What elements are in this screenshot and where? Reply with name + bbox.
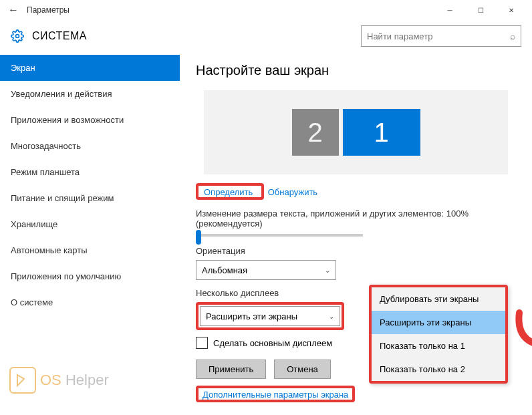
sidebar-item-multitasking[interactable]: Многозадачность <box>0 133 180 159</box>
sidebar-item-offline-maps[interactable]: Автономные карты <box>0 237 180 263</box>
back-button[interactable]: ← <box>5 0 21 20</box>
identify-button[interactable]: Определить <box>200 185 257 199</box>
sidebar-item-storage[interactable]: Хранилище <box>0 211 180 237</box>
dropdown-item-extend[interactable]: Расширить эти экраны <box>372 311 505 334</box>
display-monitor-1[interactable]: 1 <box>343 109 420 156</box>
sidebar-item-power[interactable]: Питание и спящий режим <box>0 185 180 211</box>
slider-thumb[interactable] <box>196 230 201 245</box>
make-main-label: Сделать основным дисплеем <box>213 338 332 348</box>
main-panel: Настройте ваш экран 2 1 Определить Обнар… <box>180 52 532 415</box>
sidebar-item-display[interactable]: Экран <box>0 55 180 81</box>
header-title: СИСТЕМА <box>32 30 361 42</box>
gear-icon <box>11 29 24 43</box>
dropdown-item-only2[interactable]: Показать только на 2 <box>372 358 505 381</box>
titlebar: ← Параметры ─ ☐ ✕ <box>0 0 532 20</box>
sidebar-item-about[interactable]: О системе <box>0 289 180 315</box>
advanced-display-link[interactable]: Дополнительные параметры экрана <box>200 388 351 401</box>
watermark-helper: Helper <box>61 372 109 388</box>
dropdown-item-only1[interactable]: Показать только на 1 <box>372 334 505 358</box>
window-title: Параметры <box>27 5 434 15</box>
advanced-link-wrap: Дополнительные параметры экрана <box>196 388 516 401</box>
header: СИСТЕМА ⌕ <box>0 20 532 52</box>
multi-display-value: Расширить эти экраны <box>206 311 297 321</box>
content: Экран Уведомления и действия Приложения … <box>0 52 532 415</box>
scale-slider[interactable] <box>196 234 363 237</box>
detect-button[interactable]: Обнаружить <box>264 185 321 199</box>
chevron-down-icon: ⌄ <box>329 313 334 320</box>
window-controls: ─ ☐ ✕ <box>434 0 527 20</box>
annotation-arrow <box>513 306 532 360</box>
search-input[interactable] <box>367 31 510 41</box>
sidebar: Экран Уведомления и действия Приложения … <box>0 52 180 415</box>
orientation-select[interactable]: Альбомная ⌄ <box>196 260 336 280</box>
make-main-checkbox[interactable] <box>196 337 208 349</box>
maximize-button[interactable]: ☐ <box>465 0 496 20</box>
close-button[interactable]: ✕ <box>496 0 527 20</box>
search-icon: ⌕ <box>510 31 515 41</box>
watermark: OS Helper <box>9 367 109 394</box>
multi-display-dropdown: Дублировать эти экраны Расширить эти экр… <box>369 285 508 384</box>
highlight-identify: Определить <box>196 183 264 200</box>
watermark-os: OS <box>40 372 61 388</box>
scale-label: Изменение размера текста, приложений и д… <box>196 209 516 229</box>
sidebar-item-notifications[interactable]: Уведомления и действия <box>0 81 180 107</box>
scale-group: Изменение размера текста, приложений и д… <box>196 209 516 237</box>
display-monitor-2[interactable]: 2 <box>292 109 339 156</box>
highlight-advanced: Дополнительные параметры экрана <box>196 386 355 402</box>
cancel-button[interactable]: Отмена <box>274 360 331 379</box>
sidebar-item-apps[interactable]: Приложения и возможности <box>0 107 180 133</box>
chevron-down-icon: ⌄ <box>325 267 330 274</box>
sidebar-item-tablet[interactable]: Режим планшета <box>0 159 180 185</box>
display-arrangement[interactable]: 2 1 <box>204 90 508 174</box>
sidebar-item-default-apps[interactable]: Приложения по умолчанию <box>0 263 180 289</box>
apply-button[interactable]: Применить <box>196 360 266 379</box>
watermark-icon <box>9 367 36 394</box>
dropdown-item-duplicate[interactable]: Дублировать эти экраны <box>372 287 505 311</box>
watermark-text: OS Helper <box>40 372 109 389</box>
orientation-label: Ориентация <box>196 246 516 256</box>
svg-point-0 <box>16 35 19 38</box>
search-box[interactable]: ⌕ <box>361 25 521 47</box>
multi-display-select[interactable]: Расширить эти экраны ⌄ <box>200 306 340 326</box>
minimize-button[interactable]: ─ <box>434 0 465 20</box>
page-title: Настройте ваш экран <box>196 63 516 78</box>
orientation-value: Альбомная <box>202 265 247 275</box>
highlight-multi-display: Расширить эти экраны ⌄ <box>196 302 344 330</box>
identify-detect-row: Определить Обнаружить <box>196 185 516 199</box>
